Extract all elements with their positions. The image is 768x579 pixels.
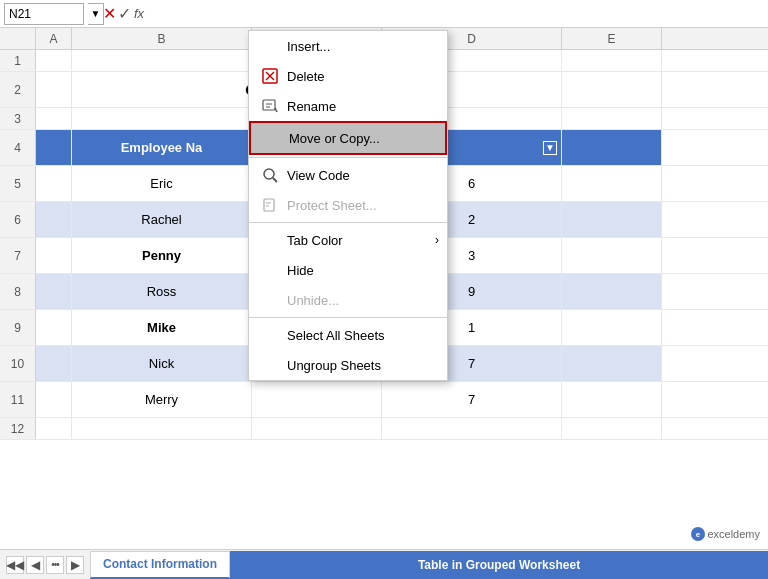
menu-label-tab-color: Tab Color xyxy=(287,233,343,248)
cell-a6[interactable] xyxy=(36,202,72,237)
svg-line-8 xyxy=(273,178,277,182)
cell-reference: N21 xyxy=(9,7,31,21)
col-header-e[interactable]: E xyxy=(562,28,662,49)
rename-icon xyxy=(261,97,279,115)
row-num-9: 9 xyxy=(0,310,36,345)
cell-b3[interactable] xyxy=(72,108,252,129)
menu-label-ungroup-sheets: Ungroup Sheets xyxy=(287,358,381,373)
row-num-10: 10 xyxy=(0,346,36,381)
exceldemy-logo-text: exceldemy xyxy=(707,528,760,540)
ungroup-icon xyxy=(261,356,279,374)
name-box[interactable]: N21 xyxy=(4,3,84,25)
name-box-dropdown[interactable]: ▼ xyxy=(88,3,104,25)
cell-a1[interactable] xyxy=(36,50,72,71)
svg-rect-3 xyxy=(263,100,275,110)
tab-nav-first[interactable]: ◀◀ xyxy=(6,556,24,574)
cell-b9[interactable]: Mike xyxy=(72,310,252,345)
tab-nav-next[interactable]: ▶ xyxy=(66,556,84,574)
sheet-tabs-bar: ◀◀ ◀ ••• ▶ Contact Information Table in … xyxy=(0,549,768,579)
cell-e1[interactable] xyxy=(562,50,662,71)
cell-b7[interactable]: Penny xyxy=(72,238,252,273)
cell-b12[interactable] xyxy=(72,418,252,439)
menu-separator-3 xyxy=(249,317,447,318)
sheet-title-bar: Table in Grouped Worksheet xyxy=(230,551,768,579)
row-num-7: 7 xyxy=(0,238,36,273)
cell-e8[interactable] xyxy=(562,274,662,309)
menu-separator-2 xyxy=(249,222,447,223)
menu-item-select-all-sheets[interactable]: Select All Sheets xyxy=(249,320,447,350)
cell-e3[interactable] xyxy=(562,108,662,129)
cell-a2[interactable] xyxy=(36,72,72,107)
cell-b6[interactable]: Rachel xyxy=(72,202,252,237)
cell-b5[interactable]: Eric xyxy=(72,166,252,201)
cell-d12[interactable] xyxy=(382,418,562,439)
cell-e7[interactable] xyxy=(562,238,662,273)
insert-icon xyxy=(261,37,279,55)
cell-a7[interactable] xyxy=(36,238,72,273)
menu-item-move-copy[interactable]: Move or Copy... xyxy=(249,121,447,155)
menu-item-view-code[interactable]: View Code xyxy=(249,160,447,190)
cell-c12[interactable] xyxy=(252,418,382,439)
cell-e4-header[interactable] xyxy=(562,130,662,165)
cell-a3[interactable] xyxy=(36,108,72,129)
row-num-11: 11 xyxy=(0,382,36,417)
tab-navigation: ◀◀ ◀ ••• ▶ xyxy=(0,556,90,574)
cell-a8[interactable] xyxy=(36,274,72,309)
exceldemy-watermark: e exceldemy xyxy=(691,527,760,541)
hide-icon xyxy=(261,261,279,279)
cell-e6[interactable] xyxy=(562,202,662,237)
cell-e5[interactable] xyxy=(562,166,662,201)
cell-a9[interactable] xyxy=(36,310,72,345)
row-num-2: 2 xyxy=(0,72,36,107)
menu-item-hide[interactable]: Hide xyxy=(249,255,447,285)
svg-line-6 xyxy=(275,108,277,112)
row-num-5: 5 xyxy=(0,166,36,201)
unhide-icon xyxy=(261,291,279,309)
cell-a11[interactable] xyxy=(36,382,72,417)
menu-item-insert[interactable]: Insert... xyxy=(249,31,447,61)
cell-e11[interactable] xyxy=(562,382,662,417)
menu-item-ungroup-sheets[interactable]: Ungroup Sheets xyxy=(249,350,447,380)
sheet-tab-contact-information[interactable]: Contact Information xyxy=(90,551,230,579)
delete-icon xyxy=(261,67,279,85)
svg-point-7 xyxy=(264,169,274,179)
cell-a12[interactable] xyxy=(36,418,72,439)
sheet-title-text: Table in Grouped Worksheet xyxy=(418,558,580,572)
menu-separator-1 xyxy=(249,157,447,158)
col-header-a[interactable]: A xyxy=(36,28,72,49)
cell-b10[interactable]: Nick xyxy=(72,346,252,381)
cell-e12[interactable] xyxy=(562,418,662,439)
tab-nav-dots[interactable]: ••• xyxy=(46,556,64,574)
cell-e2[interactable] xyxy=(562,72,662,107)
menu-item-rename[interactable]: Rename xyxy=(249,91,447,121)
menu-label-unhide: Unhide... xyxy=(287,293,339,308)
menu-item-unhide: Unhide... xyxy=(249,285,447,315)
view-code-icon xyxy=(261,166,279,184)
menu-label-protect-sheet: Protect Sheet... xyxy=(287,198,377,213)
cell-e9[interactable] xyxy=(562,310,662,345)
cell-a4[interactable] xyxy=(36,130,72,165)
tab-color-arrow: › xyxy=(435,233,439,247)
move-copy-icon xyxy=(263,129,281,147)
menu-item-tab-color[interactable]: Tab Color › xyxy=(249,225,447,255)
cell-a5[interactable] xyxy=(36,166,72,201)
cell-d11[interactable]: 7 xyxy=(382,382,562,417)
cell-b11[interactable]: Merry xyxy=(72,382,252,417)
cell-c11[interactable] xyxy=(252,382,382,417)
menu-item-delete[interactable]: Delete xyxy=(249,61,447,91)
row-num-4: 4 xyxy=(0,130,36,165)
cell-a10[interactable] xyxy=(36,346,72,381)
formula-bar-dividers: ✕ ✓ xyxy=(108,4,126,23)
menu-label-delete: Delete xyxy=(287,69,325,84)
table-row: 12 xyxy=(0,418,768,440)
cell-e10[interactable] xyxy=(562,346,662,381)
tab-nav-prev[interactable]: ◀ xyxy=(26,556,44,574)
context-menu: Insert... Delete Rename Move or Copy... xyxy=(248,30,448,381)
cell-b4-header[interactable]: Employee Na xyxy=(72,130,252,165)
col-header-b[interactable]: B xyxy=(72,28,252,49)
cell-b1[interactable] xyxy=(72,50,252,71)
formula-bar: N21 ▼ ✕ ✓ fx xyxy=(0,0,768,28)
tab-color-icon xyxy=(261,231,279,249)
cell-b8[interactable]: Ross xyxy=(72,274,252,309)
row-num-1: 1 xyxy=(0,50,36,71)
